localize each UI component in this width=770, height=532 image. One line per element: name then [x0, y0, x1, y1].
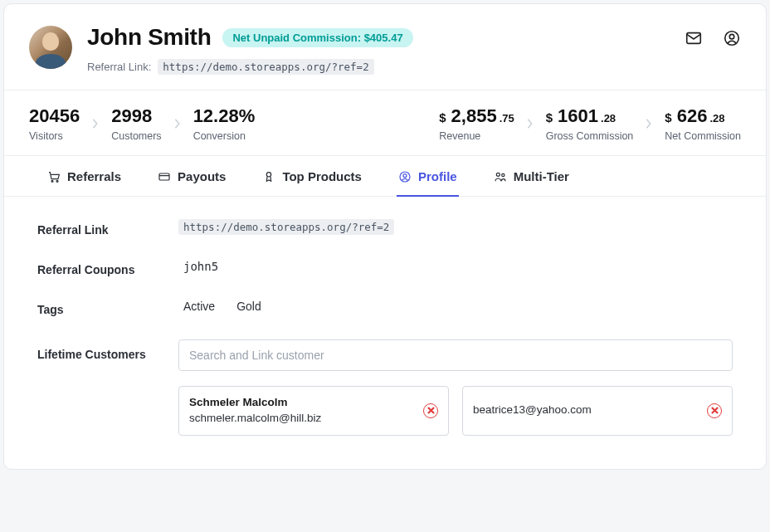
customer-email: beatrice13@yahoo.com: [473, 403, 592, 418]
svg-point-6: [267, 172, 271, 176]
stat-customers-label: Customers: [111, 130, 161, 142]
remove-customer-button[interactable]: [423, 403, 438, 418]
stat-net-suffix: .28: [709, 112, 724, 124]
stat-net-label: Net Commission: [665, 130, 741, 142]
header-main: John Smith Net Unpaid Commission: $405.4…: [87, 24, 685, 75]
customer-search-input[interactable]: [178, 339, 733, 371]
tab-payouts-label: Payouts: [178, 169, 226, 183]
svg-point-9: [496, 173, 500, 176]
stat-revenue-label: Revenue: [439, 130, 514, 142]
chevron-right-icon: [645, 118, 653, 129]
affiliate-profile-card: John Smith Net Unpaid Commission: $405.4…: [3, 3, 767, 470]
customer-card: beatrice13@yahoo.com: [462, 386, 733, 436]
tab-top-products-label: Top Products: [282, 169, 362, 183]
referral-link-value[interactable]: https://demo.storeapps.org/?ref=2: [158, 59, 373, 75]
svg-point-10: [501, 173, 504, 176]
stat-visitors-label: Visitors: [29, 130, 80, 142]
name-row: John Smith Net Unpaid Commission: $405.4…: [87, 24, 685, 51]
customer-info: beatrice13@yahoo.com: [473, 403, 592, 418]
customer-name: Schmeler Malcolm: [189, 395, 321, 411]
tags-list: Active Gold: [178, 300, 733, 313]
stat-customers: 2998 Customers: [111, 105, 161, 142]
stat-conversion-label: Conversion: [193, 130, 256, 142]
unpaid-commission-badge: Net Unpaid Commission: $405.47: [222, 28, 412, 47]
user-icon[interactable]: [723, 29, 741, 51]
tabs: Referrals Payouts Top Products Profile M…: [4, 156, 766, 197]
tab-referrals-label: Referrals: [67, 169, 121, 183]
stat-customers-value: 2998: [111, 105, 152, 127]
referral-coupons-label: Referral Coupons: [37, 260, 178, 276]
affiliate-name: John Smith: [87, 24, 211, 51]
stat-gross-value: 1601: [558, 105, 598, 127]
tab-payouts[interactable]: Payouts: [156, 156, 227, 197]
stat-visitors: 20456 Visitors: [29, 105, 80, 142]
stat-revenue-value: 2,855: [451, 105, 497, 127]
header-actions: [685, 29, 741, 51]
chevron-right-icon: [173, 118, 182, 129]
customer-email: schmeler.malcolm@hill.biz: [189, 411, 321, 427]
stat-gross-prefix: $: [546, 110, 553, 124]
stat-conversion: 12.28% Conversion: [193, 105, 256, 142]
tab-referrals[interactable]: Referrals: [46, 156, 123, 197]
field-referral-coupons: Referral Coupons john5: [37, 260, 733, 276]
referral-link-row: Referral Link: https://demo.storeapps.or…: [87, 59, 685, 75]
tab-multi-tier-label: Multi-Tier: [514, 169, 569, 183]
stat-revenue-suffix: .75: [500, 112, 514, 124]
svg-point-1: [725, 32, 739, 46]
tags-label: Tags: [37, 300, 178, 316]
lifetime-customers-label: Lifetime Customers: [37, 339, 178, 361]
stat-net-value: 626: [677, 105, 708, 127]
tab-top-products[interactable]: Top Products: [261, 156, 363, 197]
stat-visitors-value: 20456: [29, 105, 80, 127]
remove-customer-button[interactable]: [707, 403, 722, 418]
svg-point-7: [400, 172, 410, 182]
field-lifetime-customers: Lifetime Customers Schmeler Malcolm schm…: [37, 339, 733, 436]
referral-link-code[interactable]: https://demo.storeapps.org/?ref=2: [178, 219, 394, 235]
referral-link-label: Referral Link:: [87, 61, 151, 73]
field-referral-link: Referral Link https://demo.storeapps.org…: [37, 220, 733, 237]
stat-gross-label: Gross Commission: [546, 130, 634, 142]
stat-gross-commission: $ 1601 .28 Gross Commission: [546, 105, 634, 142]
customer-info: Schmeler Malcolm schmeler.malcolm@hill.b…: [189, 395, 321, 427]
tag-item: Active: [183, 300, 215, 313]
customer-grid: Schmeler Malcolm schmeler.malcolm@hill.b…: [178, 386, 733, 436]
stat-revenue-prefix: $: [439, 110, 446, 124]
stat-conversion-value: 12.28%: [193, 105, 256, 127]
avatar: [29, 26, 72, 69]
svg-point-4: [56, 180, 58, 182]
svg-point-3: [51, 180, 53, 182]
stat-gross-suffix: .28: [601, 112, 616, 124]
stat-net-commission: $ 626 .28 Net Commission: [665, 105, 741, 142]
tab-profile[interactable]: Profile: [397, 156, 459, 197]
referral-coupons-value: john5: [178, 260, 218, 273]
svg-point-2: [729, 34, 734, 39]
tag-item: Gold: [236, 300, 261, 313]
chevron-right-icon: [91, 118, 100, 129]
tab-profile-label: Profile: [418, 169, 457, 183]
profile-panel: Referral Link https://demo.storeapps.org…: [4, 197, 766, 469]
stat-net-prefix: $: [665, 110, 671, 124]
field-tags: Tags Active Gold: [37, 300, 733, 316]
chevron-right-icon: [526, 118, 534, 129]
mail-icon[interactable]: [685, 29, 703, 51]
svg-rect-5: [159, 173, 169, 180]
referral-link-label: Referral Link: [37, 220, 178, 237]
svg-point-8: [403, 173, 407, 177]
stats-row: 20456 Visitors 2998 Customers 12.28% Con…: [4, 90, 766, 156]
customer-card: Schmeler Malcolm schmeler.malcolm@hill.b…: [178, 386, 449, 436]
stat-revenue: $ 2,855 .75 Revenue: [439, 105, 514, 142]
header: John Smith Net Unpaid Commission: $405.4…: [4, 4, 766, 90]
tab-multi-tier[interactable]: Multi-Tier: [492, 156, 571, 197]
